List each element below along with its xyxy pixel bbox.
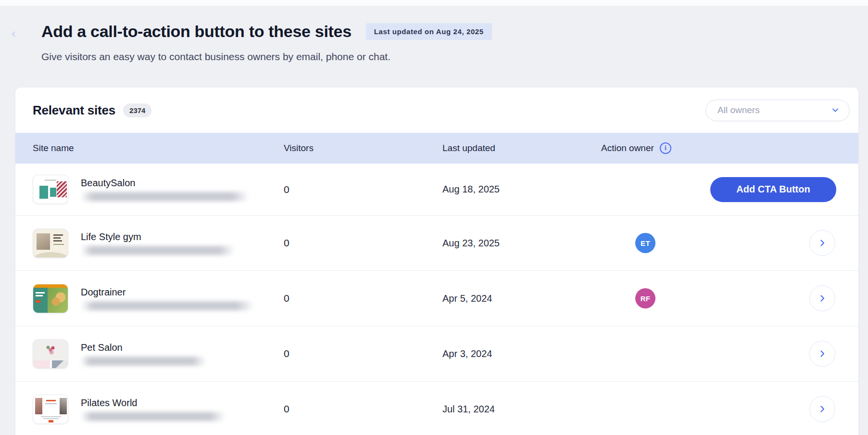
last-updated-date: Aug 18, 2025	[442, 184, 601, 195]
page-header: Add a call-to-action button to these sit…	[41, 20, 492, 63]
col-site-name: Site name	[33, 143, 284, 154]
card-header: Relevant sites 2374 All owners	[15, 88, 858, 133]
back-icon[interactable]: ‹	[12, 27, 16, 39]
visitors-count: 0	[284, 237, 442, 249]
last-updated-badge: Last updated on Aug 24, 2025	[366, 23, 492, 40]
page-subtitle: Give visitors an easy way to contact bus…	[41, 51, 492, 63]
visitors-count: 0	[284, 403, 442, 415]
site-url-redacted	[81, 357, 206, 366]
chevron-right-icon	[818, 294, 827, 303]
col-last-updated: Last updated	[442, 143, 601, 154]
row-action-cell	[709, 271, 847, 326]
row-action-cell	[709, 382, 847, 435]
owner-avatar: RF	[635, 288, 655, 308]
col-visitors: Visitors	[284, 143, 442, 154]
site-thumbnail	[33, 339, 68, 369]
top-strip	[0, 0, 868, 6]
chevron-right-icon	[818, 405, 827, 413]
site-name: Life Style gym	[81, 231, 235, 243]
site-url-redacted	[81, 412, 225, 421]
last-updated-date: Jul 31, 2024	[442, 404, 601, 415]
sites-count-badge: 2374	[123, 103, 151, 117]
table-row: Pet Salon 0 Apr 3, 2024	[15, 326, 858, 382]
last-updated-date: Aug 23, 2025	[442, 238, 601, 249]
site-name: Dogtrainer	[81, 287, 254, 298]
chevron-right-icon	[818, 239, 827, 247]
add-cta-button[interactable]: Add CTA Button	[710, 177, 836, 202]
table-row: BeautySalon 0 Aug 18, 2025 Add CTA Butto…	[15, 164, 858, 216]
site-thumbnail	[33, 229, 68, 258]
table-header: Site name Visitors Last updated Action o…	[15, 133, 858, 164]
open-site-button[interactable]	[809, 230, 835, 256]
site-url-redacted	[81, 246, 235, 255]
site-thumbnail	[33, 395, 68, 424]
row-action-cell: Add CTA Button	[709, 164, 847, 215]
visitors-count: 0	[284, 184, 442, 195]
site-thumbnail	[33, 284, 68, 313]
open-site-button[interactable]	[809, 341, 835, 367]
site-thumbnail	[33, 175, 68, 204]
chevron-right-icon	[818, 349, 827, 358]
owner-filter-dropdown[interactable]: All owners	[705, 100, 850, 121]
visitors-count: 0	[284, 293, 442, 304]
table-body: BeautySalon 0 Aug 18, 2025 Add CTA Butto…	[15, 164, 858, 435]
last-updated-date: Apr 5, 2024	[442, 293, 601, 304]
relevant-sites-heading: Relevant sites	[33, 103, 115, 118]
table-row: Dogtrainer 0 Apr 5, 2024 RF	[15, 271, 858, 326]
col-action-owner: Action owner	[601, 143, 654, 154]
page-title: Add a call-to-action button to these sit…	[41, 20, 352, 42]
last-updated-date: Apr 3, 2024	[442, 348, 601, 359]
site-url-redacted	[81, 301, 254, 310]
open-site-button[interactable]	[809, 285, 835, 311]
owner-filter-value: All owners	[717, 105, 831, 115]
site-url-redacted	[81, 192, 249, 201]
chevron-down-icon	[831, 106, 840, 115]
row-action-cell	[709, 216, 847, 270]
site-name: Pet Salon	[81, 342, 206, 353]
table-row: Pilates World 0 Jul 31, 2024	[15, 382, 858, 435]
info-icon[interactable]: i	[660, 142, 671, 154]
site-name: Pilates World	[81, 397, 225, 409]
relevant-sites-card: Relevant sites 2374 All owners Site name…	[15, 88, 858, 435]
row-action-cell	[709, 326, 847, 381]
site-name: BeautySalon	[81, 178, 249, 189]
open-site-button[interactable]	[809, 396, 835, 422]
table-row: Life Style gym 0 Aug 23, 2025 ET	[15, 216, 858, 271]
owner-avatar: ET	[635, 233, 655, 253]
visitors-count: 0	[284, 348, 442, 359]
